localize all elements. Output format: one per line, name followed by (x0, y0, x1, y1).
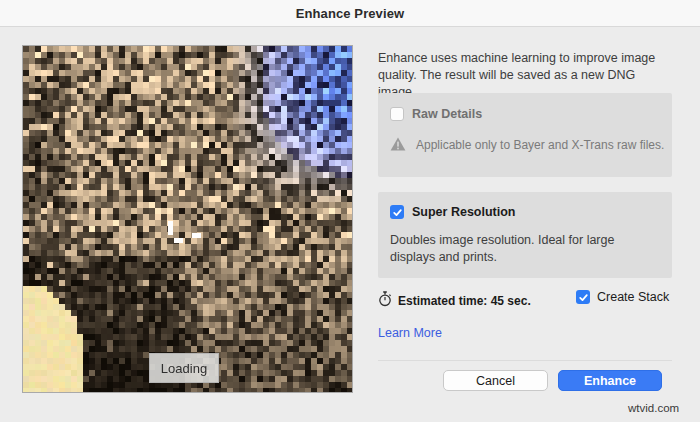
raw-details-note: Applicable only to Bayer and X-Trans raw… (416, 137, 664, 153)
cancel-button[interactable]: Cancel (443, 370, 548, 391)
watermark: wtvid.com (628, 402, 679, 414)
raw-details-checkbox[interactable] (390, 107, 404, 121)
image-preview-area[interactable]: Loading (22, 45, 353, 393)
raw-details-warning: Applicable only to Bayer and X-Trans raw… (390, 137, 664, 155)
raw-details-section: Raw Details Applicable only to Bayer and… (378, 93, 672, 177)
raw-details-label: Raw Details (412, 107, 482, 121)
stopwatch-icon (378, 291, 392, 311)
loading-label: Loading (161, 361, 207, 376)
super-resolution-option[interactable]: Super Resolution (390, 205, 515, 219)
loading-indicator: Loading (149, 353, 219, 383)
super-resolution-section: Super Resolution Doubles image resolutio… (378, 192, 672, 278)
super-resolution-description: Doubles image resolution. Ideal for larg… (390, 232, 658, 266)
create-stack-option[interactable]: Create Stack (576, 290, 669, 304)
enhance-preview-dialog: Enhance Preview Loading Enhance uses mac… (0, 0, 700, 422)
warning-icon (390, 137, 406, 155)
check-icon (392, 207, 403, 218)
preview-image[interactable] (23, 46, 352, 392)
raw-details-option[interactable]: Raw Details (390, 107, 482, 121)
super-resolution-label: Super Resolution (412, 205, 515, 219)
estimated-time-label: Estimated time: 45 sec. (398, 294, 531, 308)
footer-divider (378, 360, 672, 361)
options-panel: Enhance uses machine learning to improve… (378, 0, 672, 422)
create-stack-label: Create Stack (597, 290, 669, 304)
learn-more-link[interactable]: Learn More (378, 326, 442, 340)
super-resolution-checkbox[interactable] (390, 205, 404, 219)
enhance-button[interactable]: Enhance (558, 370, 662, 391)
estimated-time: Estimated time: 45 sec. (378, 291, 531, 311)
check-icon (578, 292, 589, 303)
create-stack-checkbox[interactable] (576, 290, 590, 304)
